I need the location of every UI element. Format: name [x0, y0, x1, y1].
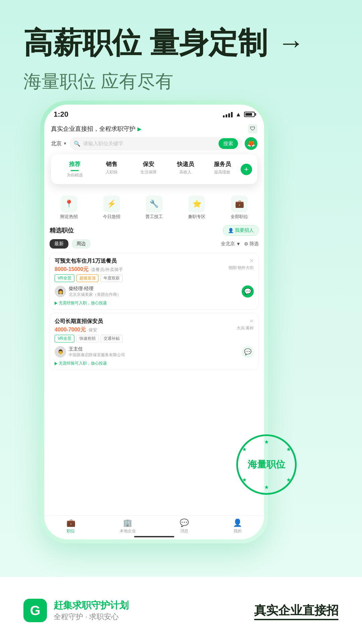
category-item-recommended[interactable]: 推荐 为你精选	[56, 160, 93, 178]
category-popup: 推荐 为你精选 销售 入职快 保安 生活保障	[51, 154, 257, 184]
nav-jobs-label: 职位	[67, 528, 75, 534]
status-bar: 1:20 ▲	[44, 105, 264, 121]
quick-nav-factory[interactable]: 🔧 普工技工	[145, 196, 163, 220]
category-item-security[interactable]: 保安 生活保障	[130, 160, 167, 175]
location-button[interactable]: 北京 ▼	[51, 140, 67, 147]
phone-mockup: 1:20 ▲	[40, 101, 292, 564]
job-2-salary: 4000-7000元 ·保安	[55, 326, 254, 333]
job-2-tag-fast: 快速抢招	[76, 335, 99, 342]
job-2-apply-hint: 无需经验可入职，放心投递	[55, 361, 254, 366]
main-title-row: 高薪职位 量身定制 →	[23, 27, 339, 59]
job-2-tags: VR全景 快速抢招 交通补贴	[55, 335, 254, 342]
filter-nearby[interactable]: 周边	[72, 239, 90, 249]
footer-slogan: 全程守护 · 求职安心	[54, 612, 129, 622]
job-2-recruiter-name: 王主任	[69, 346, 239, 352]
app-header: 真实企业直接招，全程求职守护 ▶ 🛡 北京 ▼ 🔍 请输入职位关键字	[44, 121, 264, 154]
search-button[interactable]: 搜索	[219, 138, 238, 149]
job-1-tag-top: 超级直顶	[76, 274, 99, 282]
header-section: 高薪职位 量身定制 → 海量职位 应有尽有	[0, 0, 362, 107]
stamp-badge: 海量职位 ★ ★ ★ ★ ★ ★	[235, 433, 298, 496]
nav-messages[interactable]: 💬 消息	[180, 519, 189, 534]
job-2-recruiter-avatar: 👨	[55, 346, 66, 358]
nav-companies[interactable]: 🏢 本地企业	[120, 519, 136, 534]
job-1-close-icon[interactable]: ✕	[249, 258, 254, 264]
hire-button[interactable]: 👤 我要招人	[223, 225, 259, 236]
quick-nav-urgent[interactable]: ⚡ 今日急招	[103, 196, 120, 220]
stamp-star-br: ★	[286, 477, 291, 483]
search-row: 北京 ▼ 🔍 请输入职位关键字 搜索 🦊	[51, 137, 257, 150]
job-2-apply-arrow-icon	[55, 362, 57, 365]
arrow-right-icon[interactable]: →	[278, 28, 304, 58]
job-1-chat-button[interactable]: 💬	[242, 285, 254, 298]
job-1-company: 北京京城美家（美团合作商）	[69, 292, 239, 298]
jobs-header: 精选职位 👤 我要招人	[50, 225, 259, 236]
region-dropdown-icon: ▼	[236, 241, 241, 247]
job-2-close-icon[interactable]: ✕	[249, 318, 254, 324]
app-tagline: 真实企业直接招，全程求职守护 ▶ 🛡	[51, 124, 257, 133]
job-2-tag-vr: VR全景	[55, 335, 74, 342]
status-icons: ▲	[223, 111, 255, 118]
footer: G 赶集求职守护计划 全程守护 · 求职安心 真实企业直接招	[0, 577, 362, 644]
search-bar[interactable]: 🔍 请输入职位关键字 搜索	[70, 137, 242, 150]
job-1-apply-hint: 无需经验可入职，放心投递	[55, 300, 254, 306]
job-1-apply-arrow-icon	[55, 302, 57, 305]
filter-icon: ⚙	[244, 241, 248, 247]
quick-nav-nearby[interactable]: 📍 附近热招	[60, 196, 78, 220]
user-avatar[interactable]: 🦊	[245, 137, 257, 150]
search-placeholder-text: 请输入职位关键字	[83, 141, 216, 147]
tagline-arrow-icon[interactable]: ▶	[137, 126, 141, 132]
nav-profile[interactable]: 👤 我的	[233, 519, 242, 534]
job-2-tag-transport: 交通补贴	[101, 335, 123, 342]
job-2-chat-button[interactable]: 💬	[242, 346, 254, 358]
guard-icon[interactable]: 🛡	[248, 124, 257, 133]
job-card-2-header: 公司长期直招保安员 ✕	[55, 318, 254, 325]
nav-messages-label: 消息	[180, 528, 188, 534]
category-tabs: 推荐 为你精选 销售 入职快 保安 生活保障	[56, 160, 252, 178]
status-time: 1:20	[54, 110, 68, 119]
wifi-icon: ▲	[235, 111, 241, 118]
quick-nav-all[interactable]: 💼 全部职位	[231, 196, 248, 220]
location-dropdown-icon: ▼	[63, 141, 67, 146]
jobs-section-title: 精选职位	[50, 226, 74, 234]
job-card-1-header: 可预支包车住月1万送餐员 ✕	[55, 258, 254, 265]
job-1-tag-vr: VR全景	[55, 274, 74, 282]
footer-tagline: 真实企业直接招	[254, 602, 339, 619]
job-card-1[interactable]: 可预支包车住月1万送餐员 ✕ 8000-15000元 ·送餐员/外卖骑手 朝阳·…	[50, 253, 259, 310]
stamp-star-bottom: ★	[264, 484, 269, 490]
job-card-2[interactable]: 公司长期直招保安员 ✕ 4000-7000元 ·保安 大兴·黄村 VR全景 快速…	[50, 313, 259, 370]
footer-brand: 赶集求职守护计划	[54, 599, 129, 612]
job-2-location: 大兴·黄村	[237, 325, 254, 331]
factory-icon: 🔧	[146, 196, 163, 212]
job-1-recruiter-info: 柴经理·经理 北京京城美家（美团合作商）	[69, 286, 239, 298]
quick-nav-parttime[interactable]: ⭐ 兼职专区	[188, 196, 205, 220]
job-1-salary: 8000-15000元 ·送餐员/外卖骑手	[55, 266, 254, 273]
page-container: 高薪职位 量身定制 → 海量职位 应有尽有 1:20	[0, 0, 362, 107]
filter-newest[interactable]: 最新	[50, 239, 68, 249]
stamp-star-top: ★	[264, 439, 269, 445]
job-2-title: 公司长期直招保安员	[55, 318, 103, 325]
stamp-star-bl: ★	[242, 477, 247, 483]
quick-nav: 📍 附近热招 ⚡ 今日急招 🔧 普工技工 ⭐ 兼职专区	[44, 192, 264, 222]
footer-logo: G	[23, 599, 47, 622]
hire-icon: 👤	[228, 228, 234, 233]
search-icon: 🔍	[74, 141, 80, 147]
home-indicator	[134, 536, 174, 537]
job-1-tag-bonus: 年度双薪	[101, 274, 123, 282]
nav-messages-icon: 💬	[180, 519, 189, 527]
add-category-button[interactable]: +	[241, 164, 252, 175]
category-item-delivery[interactable]: 快递员 高收入	[167, 160, 204, 175]
category-item-sales[interactable]: 销售 入职快	[93, 160, 130, 175]
battery-icon	[244, 112, 255, 117]
nearby-icon: 📍	[61, 196, 77, 212]
footer-left: G 赶集求职守护计划 全程守护 · 求职安心	[23, 599, 129, 622]
stamp-star-tl: ★	[242, 446, 247, 452]
job-1-recruiter: 👩 柴经理·经理 北京京城美家（美团合作商） 💬	[55, 285, 254, 298]
nav-jobs-icon: 💼	[66, 519, 75, 527]
filter-options-button[interactable]: ⚙ 筛选	[244, 241, 259, 247]
nav-jobs[interactable]: 💼 职位	[66, 519, 75, 534]
category-item-service[interactable]: 服务员 提高绩效	[204, 160, 241, 175]
job-1-recruiter-name: 柴经理·经理	[69, 286, 239, 292]
urgent-icon: ⚡	[103, 196, 120, 212]
nav-companies-icon: 🏢	[123, 519, 132, 527]
filter-region-button[interactable]: 全北京 ▼	[221, 241, 241, 247]
